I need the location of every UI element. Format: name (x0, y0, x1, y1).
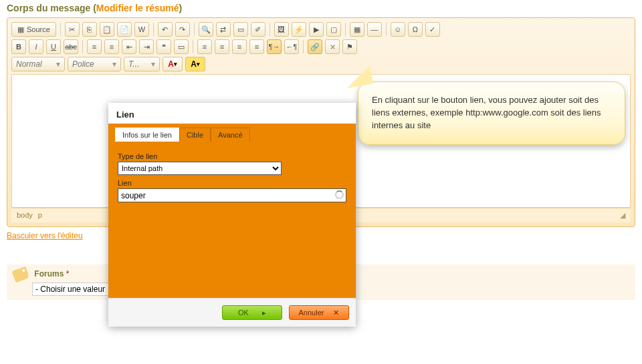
iframe-icon: ▢ (330, 25, 337, 34)
numberlist-button[interactable]: ≡ (87, 39, 102, 54)
tab-info[interactable]: Infos sur le lien (115, 128, 179, 142)
aligncenter-button[interactable]: ≡ (215, 39, 229, 54)
unlink-button[interactable]: ⤫ (325, 39, 340, 54)
unlink-icon: ⤫ (330, 43, 336, 51)
paste-text-button[interactable]: 📄 (117, 22, 132, 37)
blockquote-button[interactable]: ❝ (156, 39, 171, 54)
anchor-button[interactable]: ⚑ (342, 39, 357, 54)
rtl-icon: ←¶ (286, 43, 298, 51)
textcolor-button[interactable]: A▾ (163, 57, 183, 71)
bgcolor-button[interactable]: A▾ (185, 57, 205, 71)
link-button[interactable]: 🔗 (308, 39, 322, 54)
strike-button[interactable]: abc (64, 39, 78, 54)
italic-button[interactable]: I (29, 39, 43, 54)
bulletlist-button[interactable]: ≡ (104, 39, 119, 54)
forums-select-value: - Choisir une valeur (35, 285, 105, 294)
table-button[interactable]: ▦ (350, 22, 364, 37)
rtl-button[interactable]: ←¶ (284, 39, 299, 54)
copy-button[interactable]: ⎘ (82, 22, 97, 37)
find-button[interactable]: 🔍 (199, 22, 213, 37)
image-icon: 🖼 (278, 25, 285, 33)
removeformat-button[interactable]: ✐ (251, 22, 265, 37)
path-body[interactable]: body (17, 211, 33, 220)
cancel-button[interactable]: Annuler✕ (289, 305, 349, 320)
div-button[interactable]: ▭ (174, 39, 189, 54)
iframe-button[interactable]: ▢ (326, 22, 341, 37)
dialog-tabs: Infos sur le lien Cible Avancé (108, 124, 356, 142)
ok-label: OK (238, 309, 249, 317)
media-button[interactable]: ▶ (309, 22, 324, 37)
tab-target[interactable]: Cible (179, 128, 211, 142)
link-type-select[interactable]: Internal path (118, 162, 282, 175)
resize-handle[interactable]: ◢ (620, 211, 625, 220)
path-p[interactable]: p (38, 211, 42, 220)
undo-button[interactable]: ↶ (158, 22, 173, 37)
alignleft-button[interactable]: ≡ (197, 39, 212, 54)
section-header: Corps du message (Modifier le résumé) (7, 0, 635, 17)
justify-button[interactable]: ≡ (249, 39, 264, 54)
link-type-label: Type de lien (118, 152, 346, 160)
separator (194, 23, 195, 36)
outdent-button[interactable]: ⇤ (122, 39, 136, 54)
alignright-button[interactable]: ≡ (232, 39, 247, 54)
separator (386, 23, 387, 36)
anchor-icon: ⚑ (346, 43, 353, 51)
copy-icon: ⎘ (87, 25, 92, 33)
source-label: Source (27, 25, 50, 33)
separator (303, 40, 304, 53)
redo-button[interactable]: ↷ (175, 22, 190, 37)
hr-button[interactable]: — (367, 22, 382, 37)
strike-icon: abc (65, 43, 77, 51)
bold-button[interactable]: B (11, 39, 26, 54)
font-dropdown[interactable]: Police▾ (68, 57, 121, 71)
paste-text-icon: 📄 (120, 25, 129, 34)
smiley-icon: ☺ (394, 25, 401, 33)
table-icon: ▦ (354, 25, 360, 34)
required-marker: * (66, 269, 70, 279)
smiley-button[interactable]: ☺ (391, 22, 405, 37)
switch-editor-link[interactable]: Basculer vers l'éditeu (7, 227, 83, 244)
specialchar-button[interactable]: Ω (408, 22, 423, 37)
header-label: Corps du message ( (7, 3, 96, 13)
omega-icon: Ω (413, 25, 418, 33)
replace-icon: ⇄ (220, 25, 226, 34)
image-button[interactable]: 🖼 (274, 22, 289, 37)
bgcolor-icon: A (191, 59, 197, 69)
underline-button[interactable]: U (46, 39, 61, 54)
hr-icon: — (370, 25, 378, 33)
caret-icon: ▾ (112, 59, 116, 69)
flash-button[interactable]: ⚡ (292, 22, 306, 37)
source-button[interactable]: ▦ Source (11, 22, 56, 37)
ltr-icon: ¶→ (269, 43, 280, 51)
separator (60, 23, 61, 36)
selectall-button[interactable]: ▭ (233, 22, 248, 37)
paste-word-button[interactable]: W (134, 22, 149, 37)
caret-icon: ▾ (151, 59, 155, 69)
media-icon: ▶ (314, 25, 319, 34)
separator (345, 23, 346, 36)
size-dropdown[interactable]: T...▾ (124, 57, 160, 71)
paste-button[interactable]: 📋 (100, 22, 114, 37)
edit-summary-link[interactable]: Modifier le résumé (96, 3, 179, 13)
header-close: ) (179, 3, 183, 13)
format-dropdown[interactable]: Normal▾ (11, 57, 65, 71)
tab-advanced[interactable]: Avancé (211, 128, 250, 142)
callout-tail (344, 65, 373, 89)
loading-spinner-icon (335, 190, 344, 199)
replace-button[interactable]: ⇄ (216, 22, 231, 37)
undo-icon: ↶ (162, 25, 168, 34)
indent-button[interactable]: ⇥ (139, 39, 154, 54)
cut-button[interactable]: ✂ (65, 22, 80, 37)
aligncenter-icon: ≡ (220, 43, 224, 51)
close-icon: ✕ (333, 309, 339, 317)
teletype-button[interactable]: ✓ (425, 22, 440, 37)
link-input-wrap (118, 188, 346, 202)
toolbar-row-1: ▦ Source ✂ ⎘ 📋 📄 W ↶ ↷ 🔍 ⇄ ▭ ✐ 🖼 ⚡ ▶ ▢ ▦… (11, 22, 631, 37)
link-dialog: Lien Infos sur le lien Cible Avancé Type… (108, 103, 356, 327)
toolbar-row-3: Normal▾ Police▾ T...▾ A▾ A▾ (11, 57, 631, 71)
tag-icon (12, 266, 30, 283)
ok-button[interactable]: OK▸ (222, 305, 282, 320)
ltr-button[interactable]: ¶→ (267, 39, 282, 54)
underline-icon: U (51, 43, 56, 51)
link-input[interactable] (118, 188, 346, 202)
